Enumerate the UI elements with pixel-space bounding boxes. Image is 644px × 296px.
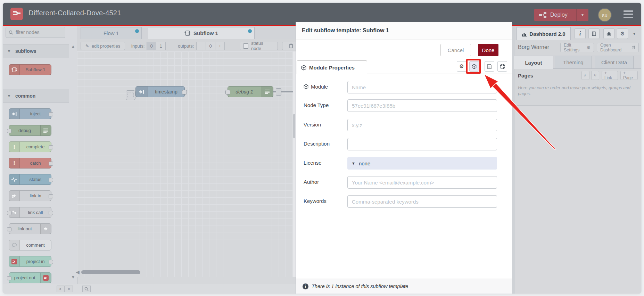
node-label: status xyxy=(20,174,51,184)
palette-category-common[interactable]: ▼ common xyxy=(3,89,69,103)
tab-layout[interactable]: Layout xyxy=(514,56,553,69)
dialog-title: Edit subflow template: Subflow 1 xyxy=(302,27,389,34)
sidebar-tab-dashboard[interactable]: Dashboard 2.0 xyxy=(517,27,571,40)
inputs-option-1[interactable]: 1 xyxy=(156,42,166,50)
inject-icon xyxy=(9,109,20,119)
palette-node-link-out[interactable]: link out xyxy=(9,223,51,234)
palette-node-inject[interactable]: inject xyxy=(9,108,51,119)
tab-module-properties[interactable]: Module Properties xyxy=(297,60,367,74)
user-avatar[interactable]: su xyxy=(598,9,611,21)
external-link-icon xyxy=(632,46,635,49)
edit-properties-button[interactable]: ✎ edit properties xyxy=(81,42,125,50)
author-input[interactable] xyxy=(347,176,497,189)
node-output-port[interactable] xyxy=(182,90,187,94)
version-input[interactable] xyxy=(347,119,497,131)
node-input-port xyxy=(7,211,11,215)
palette-node-project-in[interactable]: project in xyxy=(9,256,51,267)
scroll-left-icon[interactable]: ◀ xyxy=(76,269,80,275)
canvas-horizontal-scrollbar[interactable] xyxy=(81,270,140,274)
project-title: Different-Collared-Dove-4521 xyxy=(28,9,121,17)
add-page-button[interactable]: + Page xyxy=(620,71,638,80)
zoom-search-button[interactable] xyxy=(82,286,91,292)
search-icon xyxy=(9,30,13,35)
status-node-toggle[interactable]: status node xyxy=(240,42,278,50)
move-down-button[interactable]: « xyxy=(591,71,599,80)
description-label: Description xyxy=(304,141,330,147)
add-link-button[interactable]: + Link xyxy=(602,71,618,80)
palette-scroll-up-icon[interactable]: ▲ xyxy=(71,44,75,49)
palette-node-debug[interactable]: debug xyxy=(9,125,51,136)
sidebar-tab-debug[interactable] xyxy=(603,28,614,39)
canvas-node-debug1[interactable]: debug 1 xyxy=(228,86,273,97)
debug-toggle-button[interactable] xyxy=(276,88,281,96)
palette-node-comment[interactable]: comment xyxy=(9,240,51,250)
license-select[interactable]: ▼ none xyxy=(347,157,497,170)
palette-node-project-out[interactable]: project out xyxy=(9,272,51,283)
instance-note: There is 1 instance of this subflow temp… xyxy=(312,283,408,289)
tab-theming[interactable]: Theming xyxy=(555,56,592,69)
palette-node-link-in[interactable]: link in xyxy=(9,190,51,201)
pages-title: Pages xyxy=(518,73,533,79)
node-type-label: Node Type xyxy=(304,102,329,108)
inject-button[interactable] xyxy=(126,90,135,100)
outputs-plus-button[interactable]: + xyxy=(215,42,225,50)
node-input-port[interactable] xyxy=(225,90,230,94)
appearance-button[interactable] xyxy=(497,61,507,72)
selection-frame-icon xyxy=(500,64,505,69)
sidebar-more-caret[interactable]: ▾ xyxy=(633,31,635,36)
sidebar-tab-bar: Dashboard 2.0 i ⚙ ▾ xyxy=(515,26,641,40)
tab-subflow-1[interactable]: Subflow 1 xyxy=(148,27,255,39)
sidebar-tab-info[interactable]: i xyxy=(575,28,586,39)
main-menu-icon[interactable] xyxy=(624,10,633,18)
palette-node-complete[interactable]: ! complete xyxy=(9,141,51,152)
node-output-port xyxy=(49,260,53,264)
palette-node-link-call[interactable]: link call xyxy=(9,207,51,218)
node-label: debug xyxy=(9,125,40,135)
node-palette: filter nodes ▼ subflows Subflow 1 ▼ comm… xyxy=(3,26,77,284)
node-label: debug 1 xyxy=(228,87,261,97)
palette-category-subflows[interactable]: ▼ subflows xyxy=(3,44,69,58)
node-output-port xyxy=(49,178,53,182)
version-label: Version xyxy=(304,122,321,128)
done-button[interactable]: Done xyxy=(478,44,498,56)
edit-settings-button[interactable]: Edit Settings ⚙ xyxy=(560,43,594,52)
palette-node-status[interactable]: status xyxy=(9,174,51,185)
status-pulse-icon xyxy=(9,174,20,184)
module-input[interactable] xyxy=(347,81,497,93)
canvas-node-timestamp[interactable]: timestamp xyxy=(135,86,185,97)
collapse-up-button[interactable]: « xyxy=(57,286,65,292)
properties-gear-button[interactable]: ⚙ xyxy=(457,61,467,72)
palette-search-input[interactable]: filter nodes xyxy=(6,27,65,38)
description-input[interactable] xyxy=(347,138,497,150)
checkbox-icon xyxy=(243,43,248,49)
move-up-button[interactable]: « xyxy=(581,71,589,80)
tab-flow-1[interactable]: Flow 1 xyxy=(81,27,142,39)
sidebar-tab-config[interactable]: ⚙ xyxy=(617,28,628,39)
node-label: timestamp xyxy=(148,87,184,97)
inputs-option-0[interactable]: 0 xyxy=(147,42,156,50)
node-label: Subflow 1 xyxy=(20,65,51,75)
description-doc-button[interactable] xyxy=(485,61,494,72)
dialog-footer: i There is 1 instance of this subflow te… xyxy=(296,279,512,294)
deploy-button[interactable]: Deploy ▾ xyxy=(534,9,588,21)
open-dashboard-button[interactable]: Open Dashboard xyxy=(597,43,639,52)
palette-node-catch[interactable]: ! catch xyxy=(9,158,51,168)
outputs-minus-button[interactable]: − xyxy=(196,42,206,50)
flow-canvas[interactable]: timestamp debug 1 xyxy=(77,51,293,277)
cancel-button[interactable]: Cancel xyxy=(440,44,471,56)
node-output-port xyxy=(49,194,53,198)
keywords-input[interactable] xyxy=(347,195,497,208)
node-type-input[interactable] xyxy=(347,99,497,112)
deploy-options-caret[interactable]: ▾ xyxy=(576,9,588,21)
palette-node-subflow1[interactable]: Subflow 1 xyxy=(9,64,51,75)
complete-icon: ! xyxy=(9,142,20,152)
module-label: Module xyxy=(304,84,328,90)
collapse-down-button[interactable]: « xyxy=(65,286,73,292)
link-out-icon xyxy=(40,224,51,234)
canvas-vertical-scrollbar[interactable] xyxy=(293,51,296,277)
tab-label: Module Properties xyxy=(309,65,355,71)
node-output-port xyxy=(49,112,53,116)
tab-client-data[interactable]: Client Data xyxy=(595,56,634,69)
palette-scroll-down-icon[interactable]: ▼ xyxy=(71,275,75,279)
sidebar-tab-help[interactable] xyxy=(588,28,600,39)
